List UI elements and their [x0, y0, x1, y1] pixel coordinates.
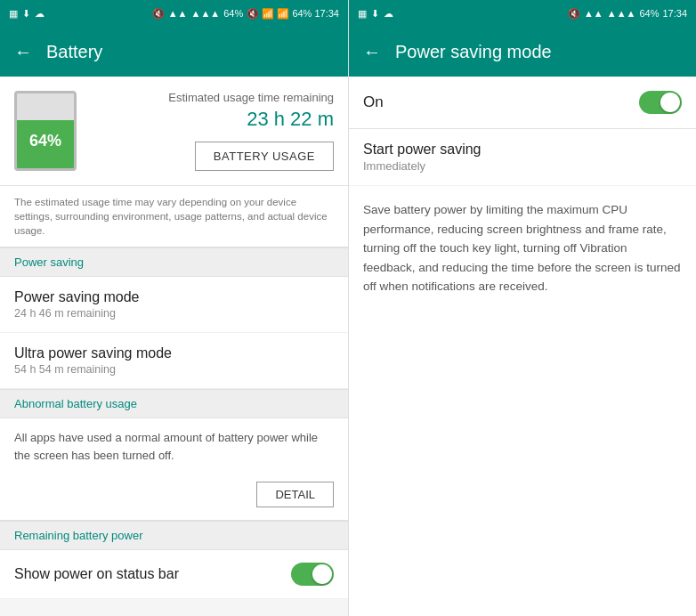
mute-icon: 🔇 [152, 8, 165, 20]
battery-icon-wrapper: 64% [14, 91, 77, 171]
power-saving-mode-title: Power saving mode [14, 289, 334, 305]
left-panel: ▦ ⬇ ☁ 🔇 ▲▲ ▲▲▲ 64% 🔇 📶 📶 64% 17:34 ← Bat… [0, 0, 348, 616]
right-wifi-icon: ▲▲ [584, 8, 603, 19]
start-power-sub: Immediately [363, 159, 682, 173]
abnormal-text: All apps have used a normal amount of ba… [0, 418, 348, 474]
show-power-status-row: Show power on status bar [0, 550, 348, 599]
notification-icon-3: ☁ [35, 8, 45, 20]
battery-section: 64% Estimated usage time remaining 23 h … [0, 77, 348, 186]
right-status-icons: ▦ ⬇ ☁ [358, 8, 393, 20]
power-on-row: On [349, 77, 696, 129]
left-status-icons: ▦ ⬇ ☁ [9, 8, 45, 20]
ultra-power-saving-sub: 54 h 54 m remaining [14, 363, 334, 376]
right-status-bar: ▦ ⬇ ☁ 🔇 ▲▲ ▲▲▲ 64% 17:34 [349, 0, 696, 27]
time-remaining: 23 h 22 m [94, 108, 334, 131]
wifi-icon: ▲▲ [168, 8, 188, 19]
right-mute-icon: 🔇 [568, 8, 580, 20]
left-header: ← Battery [0, 27, 348, 77]
battery-percent-label: 64% [17, 132, 74, 150]
power-saving-toggle[interactable] [639, 91, 682, 114]
right-battery-icon: 64% [639, 8, 659, 19]
ultra-power-saving-item[interactable]: Ultra power saving mode 54 h 54 m remain… [0, 333, 348, 389]
notification-icon-1: ▦ [9, 8, 18, 20]
power-toggle-knob [660, 93, 680, 112]
back-button-right[interactable]: ← [363, 42, 381, 62]
right-page-title: Power saving mode [395, 42, 552, 62]
start-power-title: Start power saving [363, 142, 682, 158]
battery-usage-button[interactable]: BATTERY USAGE [195, 142, 334, 171]
power-on-label: On [363, 93, 384, 111]
battery-status-icon: 64% [223, 8, 243, 19]
left-content: 64% Estimated usage time remaining 23 h … [0, 77, 348, 616]
power-saving-mode-item[interactable]: Power saving mode 24 h 46 m remaining [0, 277, 348, 333]
right-status-right: 🔇 ▲▲ ▲▲▲ 64% 17:34 [568, 8, 687, 20]
power-saving-mode-sub: 24 h 46 m remaining [14, 307, 334, 320]
right-header: ← Power saving mode [349, 27, 696, 77]
abnormal-header: Abnormal battery usage [0, 389, 348, 418]
battery-info: Estimated usage time remaining 23 h 22 m… [94, 91, 334, 171]
right-notif-icon-3: ☁ [384, 8, 393, 20]
right-panel: ▦ ⬇ ☁ 🔇 ▲▲ ▲▲▲ 64% 17:34 ← Power saving … [348, 0, 696, 616]
detail-btn-row: DETAIL [0, 474, 348, 521]
show-power-label: Show power on status bar [14, 566, 179, 582]
toggle-knob [312, 564, 332, 584]
left-page-title: Battery [46, 42, 102, 62]
estimated-label: Estimated usage time remaining [94, 91, 334, 104]
battery-note: The estimated usage time may vary depend… [0, 186, 348, 247]
show-power-toggle[interactable] [291, 563, 334, 586]
power-saving-header: Power saving [0, 247, 348, 277]
remaining-battery-header: Remaining battery power [0, 521, 348, 550]
left-status-bar: ▦ ⬇ ☁ 🔇 ▲▲ ▲▲▲ 64% 🔇 📶 📶 64% 17:34 [0, 0, 348, 27]
detail-button[interactable]: DETAIL [256, 482, 334, 507]
notification-icon-2: ⬇ [22, 8, 30, 20]
battery-visual: 64% [14, 91, 77, 171]
back-button-left[interactable]: ← [14, 42, 32, 62]
right-content: On Start power saving Immediately Save b… [349, 77, 696, 616]
right-signal-icon: ▲▲▲ [607, 8, 636, 19]
ultra-power-saving-title: Ultra power saving mode [14, 345, 334, 361]
power-saving-description: Save battery power by limiting the maxim… [349, 186, 696, 311]
right-notif-icon-2: ⬇ [371, 8, 379, 20]
time-display: 🔇 📶 📶 64% 17:34 [247, 8, 339, 20]
start-power-section[interactable]: Start power saving Immediately [349, 129, 696, 186]
right-notif-icon-1: ▦ [358, 8, 367, 20]
signal-icon: ▲▲▲ [191, 8, 221, 19]
right-time-display: 17:34 [662, 8, 687, 19]
left-status-right: 🔇 ▲▲ ▲▲▲ 64% 🔇 📶 📶 64% 17:34 [152, 8, 339, 20]
